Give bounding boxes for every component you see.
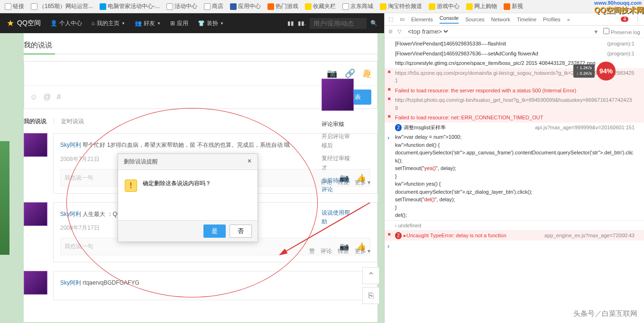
search-input[interactable] bbox=[310, 18, 367, 29]
sidebar: 评论审核 开启评论审核后 复经过审核才 当前待审核评论 说说使用帮助 bbox=[322, 79, 354, 227]
network-badge: ↑ 1.2K/s↓ 0.2K/s 94% bbox=[573, 62, 616, 81]
nav-personal[interactable]: 👤个人中心 bbox=[50, 19, 82, 27]
bm-8[interactable]: 京东商城 bbox=[340, 1, 375, 11]
side-avatar[interactable] bbox=[322, 79, 354, 111]
dialog-yes[interactable]: 是 bbox=[203, 224, 226, 238]
console-line: [FlowerVinePendant]1465929837636----setA… bbox=[385, 49, 644, 59]
search-icon[interactable]: 🔍 bbox=[370, 20, 377, 27]
frame-select[interactable]: <top frame> bbox=[406, 27, 450, 36]
page-title: 我的说说 bbox=[24, 33, 377, 54]
review-title: 评论审核 bbox=[322, 120, 354, 128]
bm-2[interactable]: 电脑管家活动中心-... bbox=[98, 1, 162, 11]
scroll-nav: ⌃ ⎘ bbox=[362, 267, 379, 304]
nav-friends[interactable]: 👥好友▼ bbox=[135, 19, 161, 27]
console-line: http://hzplist.photo.qq.com/cgi-bin/huat… bbox=[385, 95, 644, 113]
tab-network[interactable]: Network bbox=[491, 17, 510, 22]
bm-4[interactable]: 商店 bbox=[202, 1, 225, 11]
nav-apps[interactable]: ⊞应用 bbox=[170, 19, 188, 27]
scroll-up[interactable]: ⌃ bbox=[362, 267, 379, 284]
feedback[interactable]: ⎘ bbox=[362, 287, 379, 304]
inspect-icon[interactable]: ⬚ bbox=[388, 16, 393, 22]
preserve-log[interactable] bbox=[603, 28, 609, 34]
clear-icon[interactable]: ⊘ bbox=[388, 28, 393, 35]
bm-12[interactable]: 新视 bbox=[502, 1, 525, 11]
console-line: Failed to load resource: net::ERR_CONNEC… bbox=[385, 113, 644, 123]
console-output[interactable]: [FlowerVinePendant]1465929835338----flas… bbox=[385, 38, 644, 323]
tab-console[interactable]: Console bbox=[440, 15, 459, 24]
bm-0[interactable]: 链接 bbox=[3, 1, 26, 11]
delete-dialog: 删除说说提醒 ✕ ! 确定删除这条说说内容吗？ 是 否 bbox=[118, 153, 258, 242]
pending-link[interactable]: 当前待审核评论 bbox=[322, 176, 354, 194]
post-action[interactable]: 更多 ▾ bbox=[355, 247, 370, 255]
footer-watermark: 头条号／白菜互联网 bbox=[573, 309, 637, 318]
tab-profiles[interactable]: Profiles bbox=[543, 17, 561, 22]
author[interactable]: Sky阿利 bbox=[60, 142, 81, 148]
console-line: 2▸Uncaught TypeError: delay is not a fun… bbox=[385, 231, 644, 241]
console-line: Failed to load resource: the server resp… bbox=[385, 86, 644, 96]
console-filter: ⊘ ▽ <top frame> ▼ Preserve log bbox=[385, 26, 644, 38]
console-line: [FlowerVinePendant]1465929835338----flas… bbox=[385, 39, 644, 49]
bm-6[interactable]: 热门游戏 bbox=[266, 1, 300, 11]
tab-timeline[interactable]: Timeline bbox=[517, 17, 536, 22]
post-action[interactable]: 赞 bbox=[309, 247, 315, 255]
nav-home[interactable]: ⌂我的主页▼ bbox=[92, 19, 125, 27]
tab-my[interactable]: 我的说说 bbox=[24, 117, 46, 126]
devtools-pane: ⬚ ▭ Elements Console Sources Network Tim… bbox=[384, 13, 644, 323]
warning-icon: ! bbox=[125, 179, 137, 192]
bm-5[interactable]: 应用中心 bbox=[228, 1, 263, 11]
avatar[interactable] bbox=[24, 202, 47, 226]
qzone-pane: ★QQ空间 👤个人中心 ⌂我的主页▼ 👥好友▼ ⊞应用 👕装扮▼ ▮▮ ▮▮. … bbox=[0, 13, 384, 323]
stats-icon[interactable]: ▮▮. bbox=[298, 20, 306, 27]
close-icon[interactable]: ✕ bbox=[247, 158, 252, 166]
camera-icon[interactable]: 📷 bbox=[327, 68, 337, 79]
post-2: Sky阿利 rtqaervqBGDFGAFYG bbox=[24, 271, 377, 300]
filter-icon[interactable]: ▽ bbox=[397, 28, 401, 35]
tab-sources[interactable]: Sources bbox=[465, 17, 484, 22]
author[interactable]: Sky阿利 bbox=[60, 211, 81, 217]
at-icon[interactable]: @ bbox=[43, 93, 51, 101]
logo[interactable]: ★QQ空间 bbox=[7, 18, 41, 28]
dialog-message: 确定删除这条说说内容吗？ bbox=[143, 179, 211, 188]
help-link[interactable]: 说说使用帮助 bbox=[322, 208, 354, 226]
link-icon[interactable]: 🔗 bbox=[345, 68, 355, 79]
fun-icon[interactable]: 趣 bbox=[363, 68, 371, 79]
device-icon[interactable]: ▭ bbox=[400, 16, 405, 22]
emoji-icon[interactable]: ☺ bbox=[30, 93, 37, 101]
bm-1[interactable]: （165期）网站运营... bbox=[29, 1, 95, 11]
avatar[interactable] bbox=[24, 271, 47, 295]
bm-10[interactable]: 游戏中心 bbox=[427, 1, 461, 11]
top-nav: ★QQ空间 👤个人中心 ⌂我的主页▼ 👥好友▼ ⊞应用 👕装扮▼ ▮▮ ▮▮. … bbox=[0, 13, 384, 33]
console-line: 2调整msglist采样率api.js?max_age=999999&v=201… bbox=[385, 123, 644, 133]
bm-7[interactable]: 收藏夹栏 bbox=[303, 1, 338, 11]
post-action[interactable]: 转发 bbox=[338, 247, 349, 255]
bookmarks-bar: 链接 （165期）网站运营... 电脑管家活动中心-... 活动中心 商店 应用… bbox=[0, 0, 644, 13]
post-action[interactable]: 评论 bbox=[321, 247, 332, 255]
bm-9[interactable]: 淘宝特价频道 bbox=[378, 1, 424, 11]
hash-icon[interactable]: # bbox=[57, 93, 61, 101]
console-line: ‹ undefined bbox=[385, 220, 644, 231]
bm-3[interactable]: 活动中心 bbox=[165, 1, 199, 11]
author[interactable]: Sky阿利 bbox=[60, 279, 81, 286]
post-action[interactable]: 更多 ▾ bbox=[355, 179, 370, 187]
pause-icon[interactable]: ▮▮ bbox=[287, 20, 294, 27]
dialog-no[interactable]: 否 bbox=[230, 224, 252, 238]
tab-elements[interactable]: Elements bbox=[411, 17, 433, 22]
avatar[interactable] bbox=[24, 133, 47, 157]
tab-scheduled[interactable]: 定时说说 bbox=[61, 117, 84, 126]
dialog-title: 删除说说提醒 bbox=[124, 158, 158, 166]
bm-11[interactable]: 网上购物 bbox=[464, 1, 499, 11]
nav-deco[interactable]: 👕装扮▼ bbox=[198, 19, 224, 27]
more-icon[interactable]: ⋮ bbox=[635, 16, 640, 22]
console-line: kw">var delay = num">1000;kw">function d… bbox=[385, 132, 644, 220]
watermark-top: www.90houqq.com QQ空间技术网 bbox=[594, 0, 644, 16]
